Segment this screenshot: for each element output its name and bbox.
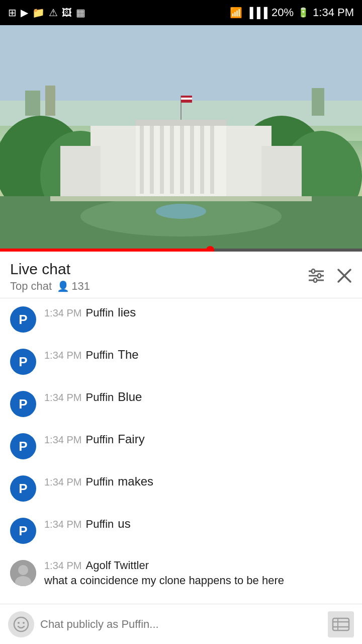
message-content: 1:34 PM Puffin makes	[44, 474, 352, 489]
message-author: Puffin	[85, 349, 114, 362]
message-content: 1:34 PM Agolf Twittler what a coincidenc…	[44, 559, 352, 589]
svg-rect-15	[160, 123, 164, 194]
superchat-icon	[332, 615, 350, 633]
svg-rect-27	[181, 98, 192, 100]
video-scrubber[interactable]	[206, 246, 214, 252]
svg-rect-3	[45, 86, 55, 116]
svg-rect-34	[314, 278, 317, 282]
message-author: Puffin	[85, 433, 114, 446]
message-time: 1:34 PM	[44, 392, 81, 404]
message-inline: 1:34 PM Puffin lies	[44, 305, 352, 319]
filter-button[interactable]	[308, 268, 325, 286]
table-row: P 1:34 PM Puffin lies	[0, 298, 362, 340]
message-inline: 1:34 PM Agolf Twittler	[44, 559, 352, 572]
message-inline: 1:34 PM Puffin Fairy	[44, 432, 352, 446]
video-thumbnail	[0, 25, 362, 252]
battery-icon: 🔋	[298, 7, 309, 18]
svg-point-41	[18, 622, 20, 624]
live-chat-title: Live chat	[10, 261, 90, 278]
header-icons	[308, 268, 352, 286]
app-icon-img: 🖼	[62, 7, 72, 19]
message-text: The	[118, 348, 138, 362]
emoji-icon	[13, 616, 29, 632]
message-author: Puffin	[85, 475, 114, 489]
live-chat-title-group: Live chat Top chat 👤 131	[10, 261, 90, 293]
message-inline: 1:34 PM Puffin The	[44, 348, 352, 362]
message-inline: 1:34 PM Puffin makes	[44, 474, 352, 489]
message-text: Blue	[118, 390, 142, 404]
live-chat-header: Live chat Top chat 👤 131	[0, 252, 362, 298]
svg-rect-17	[180, 123, 184, 194]
message-content: 1:34 PM Puffin lies	[44, 305, 352, 319]
close-button[interactable]	[337, 268, 352, 286]
chat-messages-list: P 1:34 PM Puffin lies P 1:34 PM Puffin T…	[0, 298, 362, 610]
table-row: P 1:34 PM Puffin Blue	[0, 383, 362, 424]
svg-rect-33	[318, 274, 321, 278]
superchat-button[interactable]	[328, 611, 354, 637]
message-time: 1:34 PM	[44, 560, 81, 572]
status-bar: ⊞ ▶ 📁 ⚠ 🖼 ▦ 📶 ▐▐▐ 20% 🔋 1:34 PM	[0, 0, 362, 25]
svg-rect-4	[312, 88, 324, 116]
avatar	[10, 560, 36, 586]
svg-rect-14	[150, 123, 154, 194]
svg-rect-24	[50, 196, 312, 201]
video-player[interactable]	[0, 25, 362, 252]
chat-input-area	[0, 604, 362, 644]
message-text: Fairy	[118, 432, 144, 446]
table-row: P 1:34 PM Puffin us	[0, 510, 362, 551]
svg-rect-20	[210, 123, 214, 194]
svg-rect-23	[261, 146, 302, 201]
battery-level: 20%	[272, 6, 294, 19]
top-chat-label: Top chat	[10, 280, 52, 293]
app-icon-play: ▶	[21, 7, 28, 19]
live-chat-sub: Top chat 👤 131	[10, 280, 90, 293]
svg-point-28	[156, 204, 206, 219]
svg-point-38	[18, 565, 28, 575]
message-time: 1:34 PM	[44, 476, 81, 488]
svg-rect-32	[312, 269, 315, 273]
table-row: P 1:34 PM Puffin Fairy	[0, 425, 362, 466]
status-right-info: 📶 ▐▐▐ 20% 🔋 1:34 PM	[230, 6, 354, 19]
svg-point-42	[23, 622, 25, 624]
message-time: 1:34 PM	[44, 519, 81, 530]
app-icon-m: ⊞	[8, 7, 17, 19]
chat-input[interactable]	[40, 611, 322, 637]
svg-rect-16	[170, 123, 174, 194]
app-icon-file: 📁	[32, 7, 45, 19]
message-time: 1:34 PM	[44, 434, 81, 446]
viewer-number: 131	[71, 280, 90, 293]
avatar: P	[10, 433, 36, 459]
clock: 1:34 PM	[313, 6, 354, 19]
message-content: 1:34 PM Puffin The	[44, 348, 352, 362]
message-text: makes	[118, 474, 153, 489]
close-icon	[337, 268, 352, 283]
signal-icon: ▐▐▐	[246, 7, 268, 19]
svg-rect-19	[200, 123, 204, 194]
avatar: P	[10, 306, 36, 333]
video-progress-track[interactable]	[0, 249, 362, 252]
app-icon-warning: ⚠	[49, 7, 58, 19]
video-progress-fill	[0, 249, 210, 252]
avatar: P	[10, 518, 36, 544]
viewer-count: 👤 131	[57, 280, 90, 293]
message-author: Puffin	[85, 391, 114, 404]
svg-rect-21	[136, 120, 226, 126]
message-inline: 1:34 PM Puffin Blue	[44, 390, 352, 404]
message-time: 1:34 PM	[44, 350, 81, 361]
emoji-button[interactable]	[8, 611, 34, 637]
message-text: lies	[118, 305, 136, 319]
table-row: P 1:34 PM Puffin makes	[0, 467, 362, 509]
message-content: 1:34 PM Puffin Blue	[44, 390, 352, 404]
svg-rect-2	[25, 91, 40, 116]
app-icon-list: ▦	[76, 7, 85, 19]
svg-point-40	[14, 617, 28, 631]
filter-icon	[308, 268, 325, 283]
message-author: Puffin	[85, 306, 114, 319]
status-left-icons: ⊞ ▶ 📁 ⚠ 🖼 ▦	[8, 7, 85, 19]
table-row: 1:34 PM Agolf Twittler what a coincidenc…	[0, 552, 362, 596]
avatar: P	[10, 391, 36, 417]
message-text-long: what a coincidence my clone happens to b…	[44, 573, 352, 589]
svg-rect-18	[190, 123, 194, 194]
message-time: 1:34 PM	[44, 307, 81, 319]
avatar: P	[10, 349, 36, 375]
